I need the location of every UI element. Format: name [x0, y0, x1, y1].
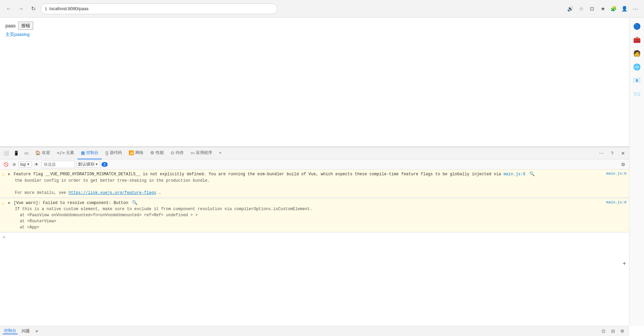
devtools-bottom-bar: 控制台 问题 + ⊡ ⊟ ⚙ [0, 326, 629, 336]
tab-console-label: 控制台 [86, 150, 98, 156]
msg2-stack2: at <RouterView> [8, 219, 56, 224]
console-settings-button[interactable]: ⚙ [619, 160, 627, 169]
tab-memory-label: 内存 [176, 150, 184, 156]
page-button[interactable]: 按钮 [18, 22, 33, 30]
profile-button[interactable]: 👤 [620, 4, 629, 14]
msg2-stack1: at <PaasView onVnodeUnmounted=fn<onVnode… [8, 213, 198, 218]
tab-memory[interactable]: ⊙ 内存 [167, 147, 187, 159]
split-screen-button[interactable]: ⊡ [587, 4, 597, 14]
forward-button[interactable]: → [16, 4, 26, 14]
more-button[interactable]: ⋯ [630, 4, 640, 14]
collections-button[interactable]: ★ [598, 4, 607, 14]
msg2-detail: If this is a native custom element, make… [8, 207, 312, 211]
msg1-expand-icon[interactable]: ▶ [8, 172, 10, 177]
msg1-text3: For more details, see [8, 191, 68, 195]
welcome-icon: 🏠 [35, 150, 41, 155]
tab-application[interactable]: ▭ 应用程序 [187, 147, 216, 159]
tab-sources[interactable]: {} 源代码 [102, 147, 125, 159]
tab-console[interactable]: ▦ 控制台 [77, 147, 102, 159]
tab-performance[interactable]: ⚙ 性能 [147, 147, 167, 159]
bottom-tab-issues[interactable]: 问题 [20, 328, 31, 334]
warning-icon-1: ⚠ [2, 172, 4, 178]
network-icon: 📶 [129, 150, 134, 155]
devtools-sidebar-toggle[interactable]: ▭ [22, 149, 31, 158]
bottom-settings-button[interactable]: ⚙ [618, 327, 626, 335]
tab-add[interactable]: + [216, 147, 225, 159]
info-icon: ℹ [45, 6, 47, 12]
page-title-row: paas 按钮 [5, 22, 624, 30]
magnify-icon-1[interactable]: 🔍 [529, 172, 535, 177]
devtools-device-button[interactable]: 📱 [12, 149, 21, 158]
devtools-tabs: 🏠 欢迎 </> 元素 ▦ 控制台 {} 源代码 📶 网络 ⚙ 性能 [32, 147, 596, 159]
devtools-add-button[interactable]: + [620, 259, 629, 268]
devtools-close-button[interactable]: ✕ [618, 149, 628, 158]
tab-network-label: 网络 [135, 150, 143, 156]
block-console-button[interactable]: ⊘ [11, 161, 17, 167]
console-icon: ▦ [81, 150, 85, 155]
bottom-tab-add[interactable]: + [35, 328, 38, 334]
browser-extensions-sidebar: 🔵 🧰 🧑 🌐 📧 📨 [629, 18, 644, 326]
console-input[interactable] [7, 235, 626, 240]
devtools-panel: ⬜ 📱 ▭ 🏠 欢迎 </> 元素 ▦ 控制台 {} 源代码 📶 网络 [0, 147, 629, 326]
browser-actions: 🔊 ☆ ⊡ ★ 🧩 👤 ⋯ [565, 4, 640, 14]
msg2-source-link[interactable]: main.js:8 [606, 200, 626, 205]
ext-blue-button[interactable]: 🔵 [631, 20, 643, 32]
application-icon: ▭ [191, 150, 195, 155]
devtools-inspect-button[interactable]: ⬜ [1, 149, 11, 158]
clear-console-button[interactable]: 🚫 [2, 161, 10, 167]
tab-sources-label: 源代码 [110, 150, 122, 156]
page-content: paas 按钮 主页paaslog [0, 18, 629, 42]
ext-dark-button[interactable]: 🌐 [631, 61, 643, 73]
magnify-icon-2[interactable]: 🔍 [132, 200, 137, 205]
devtools-help-button[interactable]: ? [607, 149, 617, 158]
add-tab-icon: + [219, 151, 221, 155]
memory-icon: ⊙ [171, 150, 174, 155]
ext-person-button[interactable]: 🧑 [631, 47, 643, 60]
extensions-button[interactable]: 🧩 [609, 4, 618, 14]
msg2-text: [Vue warn]: Failed to resolve component:… [14, 201, 128, 205]
console-messages: ⚠ main.js:6 ▶ Feature flag __VUE_PROD_HY… [0, 170, 629, 326]
tab-welcome[interactable]: 🏠 欢迎 [32, 147, 53, 159]
browser-bar: ← → ↻ ℹ localhost:8080/paas 🔊 ☆ ⊡ ★ 🧩 👤 … [0, 0, 644, 18]
page-link[interactable]: 主页paaslog [5, 32, 30, 37]
level-label: 默认级别 [78, 161, 94, 167]
top-selector[interactable]: top ▼ [19, 161, 32, 167]
tab-application-label: 应用程序 [196, 150, 212, 156]
devtools-tab-actions: ⋯ ? ✕ [597, 149, 628, 158]
elements-icon: </> [57, 150, 65, 155]
tab-performance-label: 性能 [156, 150, 164, 156]
tab-network[interactable]: 📶 网络 [125, 147, 147, 159]
eye-button[interactable]: 👁 [33, 161, 40, 167]
level-selector[interactable]: 默认级别 ▼ [76, 161, 100, 168]
ext-orange-button[interactable]: 🧰 [631, 34, 643, 46]
bottom-tab-console[interactable]: 控制台 [3, 328, 18, 334]
msg1-main-link[interactable]: main.js:6 [504, 172, 528, 177]
feature-flags-link[interactable]: https://link.vuejs.org/feature-flags [68, 191, 156, 195]
tab-welcome-label: 欢迎 [42, 150, 50, 156]
tab-elements[interactable]: </> 元素 [53, 147, 77, 159]
top-label: top [20, 162, 26, 167]
ext-outlook-button[interactable]: 📧 [631, 74, 643, 87]
filter-input[interactable] [41, 161, 75, 168]
favorite-button[interactable]: ☆ [576, 4, 586, 14]
performance-icon: ⚙ [150, 150, 154, 155]
msg2-expand-icon[interactable]: ▶ [8, 201, 10, 205]
msg1-text: Feature flag __VUE_PROD_HYDRATION_MISMAT… [14, 172, 501, 177]
msg2-stack3: at <App> [8, 225, 39, 230]
ext-send-button[interactable]: 📨 [631, 88, 643, 100]
bottom-minimize-button[interactable]: ⊟ [609, 327, 617, 335]
bottom-actions: ⊡ ⊟ ⚙ [599, 327, 626, 335]
msg1-source-link[interactable]: main.js:6 [606, 171, 626, 177]
devtools-more-button[interactable]: ⋯ [597, 149, 606, 158]
warning-icon-2: ⚠ [2, 200, 4, 206]
read-aloud-button[interactable]: 🔊 [565, 4, 575, 14]
top-dropdown-icon: ▼ [27, 162, 30, 166]
console-prompt: > [3, 234, 5, 240]
message-count-badge: 3 [102, 162, 108, 167]
devtools-tabbar: ⬜ 📱 ▭ 🏠 欢迎 </> 元素 ▦ 控制台 {} 源代码 📶 网络 [0, 147, 629, 159]
bottom-dock-button[interactable]: ⊡ [599, 327, 607, 335]
back-button[interactable]: ← [4, 4, 14, 14]
url-text: localhost:8080/paas [49, 6, 89, 11]
address-bar[interactable]: ℹ localhost:8080/paas [41, 3, 277, 14]
refresh-button[interactable]: ↻ [28, 4, 38, 14]
